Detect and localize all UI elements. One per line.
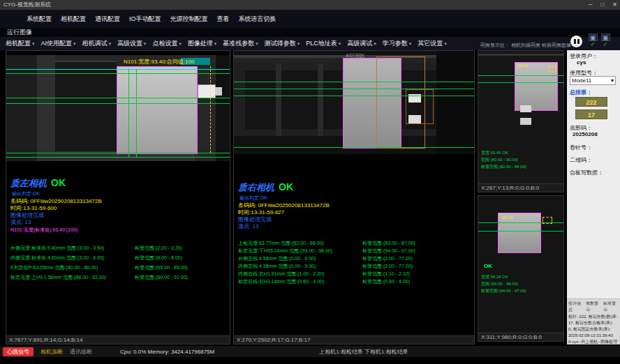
toolbar-item-other-settings[interactable]: 其它设置: [418, 39, 446, 48]
measure-overlay-label: N101:宽度:93.40:合同值:100: [124, 58, 194, 66]
write-data-label: 合板写数据：: [570, 169, 603, 176]
connector-tip: [215, 87, 222, 96]
sidebar: 登录用户： cys 使用型号： Mode11 ▾ 总排票： 222 17 底部码…: [567, 50, 620, 344]
measurement-text: 标定右线:右H3.16mm 范围:(0.60 - 4.00): [238, 278, 362, 285]
roll-number-label: 卷针号：: [570, 144, 592, 151]
camera-results-text: 上相机1:相检结果 下相机1:相检结果: [319, 348, 408, 356]
points-count: 顶点: 13: [10, 218, 31, 226]
minimize-button[interactable]: ─: [589, 0, 593, 10]
camera-result-title: 质左相机OK: [10, 176, 66, 190]
window-controls: ─ □ ✕: [589, 0, 617, 10]
toolbar-item-ai-config[interactable]: AI使用配置: [40, 39, 75, 48]
titlebar: CYG-视觉检测系统 ─ □ ✕: [0, 0, 620, 10]
toolbar-item-test-params[interactable]: 测试得参数: [265, 39, 300, 48]
pixel-coords-readout: X:311;Y:980;R:0;G:0;B:0: [478, 333, 563, 341]
menu-item-view[interactable]: 查看: [217, 15, 230, 24]
preview-result-line: 检警范围:(82.00 - 88.00): [481, 164, 526, 170]
menu-item-language-switch[interactable]: 系统语言切换: [239, 15, 276, 24]
pause-icon: [577, 39, 580, 44]
toolbar-item-advanced-settings[interactable]: 高级设置: [117, 39, 146, 48]
measurement-warn: 检警范围:(2.00 - 77.00): [362, 255, 413, 262]
heartbeat-badge[interactable]: 心跳信号: [3, 347, 34, 356]
stats-line: 17, 检写分数合格率(率):: [568, 320, 619, 326]
statusbar: 心跳信号 相机温断 通讯临断 Cpu: 0.0% Memory: 3424.41…: [0, 346, 620, 357]
toolbar-item-image-processing[interactable]: 图像处理: [188, 39, 216, 48]
output-status: 输出判定:OK: [12, 190, 40, 197]
model-select[interactable]: Mode11 ▾: [570, 76, 616, 85]
camera-icon: ▣: [601, 33, 610, 41]
tab-run-image[interactable]: 运行图像: [0, 28, 620, 37]
toolbar-item-spot-check[interactable]: 点检设置: [152, 39, 181, 48]
toolbar-item-plc-address[interactable]: PLC地址表: [306, 39, 341, 48]
toolbar-item-learning-params[interactable]: 学习参数: [383, 39, 411, 48]
measurement-text: 外侧左线:4.58mm 范围:(0.00 - 9.00): [238, 255, 362, 262]
window-title: CYG-视觉检测系统: [3, 1, 51, 8]
camera-toggle-1[interactable]: ▣ ✓: [587, 33, 598, 47]
guide-line: [6, 73, 230, 74]
chevron-down-icon: ▾: [611, 77, 614, 84]
menu-item-comm-config[interactable]: 通讯配置: [95, 15, 120, 24]
close-button[interactable]: ✕: [612, 0, 617, 10]
measurement-text: 内侧右线:右H1.91mm 范围:(1.00 - 2.20): [238, 271, 362, 278]
right-camera-image[interactable]: AI识别区: [234, 51, 474, 154]
maximize-button[interactable]: □: [600, 0, 604, 10]
guide-line: [6, 153, 230, 153]
camera-name: 质左相机: [10, 178, 47, 188]
stats-tab-standard[interactable]: 标准显示: [603, 301, 619, 313]
guide-line: [234, 96, 474, 96]
measurement-row: 标定右线:右H3.16mm 范围:(0.60 - 4.00) 检警范围:(0.6…: [238, 278, 471, 285]
guide-line-vertical: [136, 69, 137, 157]
comm-status-text: 通讯临断: [70, 348, 92, 356]
cpu-memory-text: Cpu: 0.0% Memory: 3424.41796875M: [120, 349, 214, 355]
menu-item-camera-config[interactable]: 相机配置: [61, 15, 86, 24]
stats-tab-info[interactable]: 统计信息: [568, 301, 584, 313]
menu-item-light-control-config[interactable]: 光源控制配置: [170, 15, 208, 24]
left-camera-image[interactable]: N101:宽度:93.40:合同值:100: [6, 55, 230, 161]
measurement-row: 内侧右线:右H1.91mm 范围:(1.00 - 2.20) 检警范围:(1.1…: [238, 270, 471, 278]
preview-image[interactable]: 95.24 OK 宽度:95.24 OK 范围:(93.00 - 98.00) …: [478, 196, 563, 333]
login-user-value: cys: [577, 59, 586, 66]
pixel-coords-readout: X:270;Y:2502;R:17;G:17;B:17: [234, 335, 474, 344]
pixel-coords-readout: X:7677;Y:891;R:14;G:14;B:14: [6, 335, 230, 344]
toolbar-item-camera-config[interactable]: 相机配置: [6, 39, 34, 48]
measurement-text: 标定宽度:下H95.24mm 范围:(93.00 - 98.00): [238, 248, 362, 255]
pixel-coords-readout: X:267;Y:13;R:0;G:0;B:0: [478, 183, 563, 192]
pause-button[interactable]: [570, 36, 582, 47]
measurement-text: 上枪宽度:63.77mm 范围:(82.00 - 88.00): [238, 240, 362, 247]
machine-silhouette: [6, 55, 37, 161]
stats-line: 2025:02:08-13:31:39:40: [568, 333, 619, 339]
stats-tab-bycount[interactable]: 依数显示: [586, 301, 601, 313]
preview-panel-top: 93.40 宽度:93.40 OK 范围:(80.00 - 90.00) 检警范…: [478, 50, 564, 192]
measurement-warn: 检警范围:(2.20 - 3.20): [135, 245, 182, 252]
menu-item-system-config[interactable]: 系统配置: [27, 15, 52, 24]
guide-line-dashed: [210, 66, 211, 153]
right-camera-panel: AI识别区 质右相机OK 输出判定:OK 条码码: 0FFIiiw2025020…: [233, 50, 475, 344]
model-value: Mode11: [572, 77, 591, 84]
guide-line-vertical: [128, 69, 129, 157]
camera-name: 质右相机: [238, 182, 274, 192]
preview-image[interactable]: 93.40 宽度:93.40 OK 范围:(80.00 - 90.00) 检警范…: [478, 51, 563, 183]
machine-rail: [478, 54, 563, 56]
toolbar-item-baseline-params[interactable]: 基准线参数: [223, 39, 258, 48]
stats-line: 0, 检写固定分数率(率):: [568, 326, 619, 333]
machine-silhouette: [436, 51, 474, 154]
toolbar-item-advanced-debug[interactable]: 高级调试: [347, 39, 376, 48]
preview-panel-bottom: 95.24 OK 宽度:95.24 OK 范围:(93.00 - 98.00) …: [478, 195, 564, 342]
led-highlight: [408, 115, 421, 123]
preview-result-line: 范围:(80.00 - 90.00): [481, 157, 518, 163]
counter-display-top: 222: [575, 97, 607, 107]
stats-tabs: 统计信息 依数显示 标准显示: [568, 301, 619, 313]
right-result-info: 质右相机OK 输出判定:OK 条码码: 0FFIiiw2025020813313…: [234, 154, 474, 337]
app-window: CYG-视觉检测系统 ─ □ ✕ ✿ 系统配置 相机配置 通讯配置 IO手动配置…: [0, 0, 620, 364]
camera-toggle-2[interactable]: ▣ ✓: [600, 33, 611, 47]
measurement-row: 内侧宽度:标准值:4.60mm 范围:(3.00 - 6.00) 检警范围:(8…: [10, 253, 227, 263]
measurement-row: 外侧左线:4.58mm 范围:(0.00 - 9.00) 检警范围:(2.00 …: [238, 255, 471, 262]
menu-item-io-manual-config[interactable]: IO手动配置: [129, 15, 161, 24]
qr-code-label: 二维码：: [570, 156, 592, 164]
measure-overlay-label: 95.24: [502, 215, 512, 220]
machine-cavity: [55, 61, 117, 151]
toolbar-item-camera-debug[interactable]: 相机调试: [82, 39, 110, 48]
measurement-row: 外侧宽度:标准值:9.40mm 范围:(3.00 - 3.50) 检警范围:(2…: [10, 243, 227, 253]
measurement-warn: 检警范围:(83.00 - 87.00): [362, 240, 415, 247]
left-camera-panel: N101:宽度:93.40:合同值:100 质左相机OK 输出判定:OK 条码码…: [6, 50, 230, 344]
